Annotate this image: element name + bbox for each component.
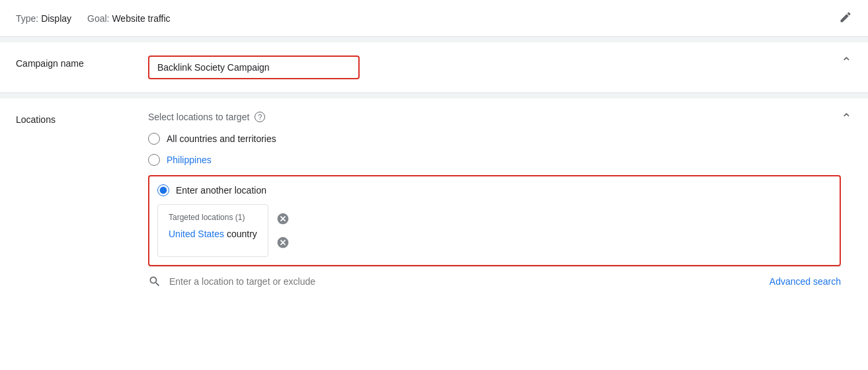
radio-all-label: All countries and territories [167, 133, 276, 144]
search-icon-wrap [148, 275, 161, 288]
remove-location-icon[interactable] [276, 236, 290, 249]
location-search-bar: Advanced search [148, 266, 841, 299]
advanced-search-link[interactable]: Advanced search [769, 276, 841, 287]
top-bar: Type: Display Goal: Website traffic [0, 0, 868, 37]
radio-another-input[interactable] [157, 184, 169, 196]
campaign-name-label: Campaign name [16, 56, 148, 69]
location-row: United States country [169, 227, 257, 240]
locations-section-collapse[interactable]: ⌃ [841, 112, 852, 125]
enter-location-box: Enter another location Targeted location… [148, 175, 841, 266]
locations-content: Select locations to target ? All countri… [148, 112, 841, 299]
goal-info: Goal: Website traffic [87, 13, 171, 24]
targeted-locations-header: Targeted locations (1) [169, 213, 257, 222]
edit-icon [839, 11, 852, 24]
radio-philippines[interactable]: Philippines [148, 154, 841, 166]
radio-all-input[interactable] [148, 133, 160, 145]
type-value: Display [41, 13, 71, 24]
locations-section: Locations Select locations to target ? A… [0, 98, 868, 299]
top-bar-info: Type: Display Goal: Website traffic [16, 13, 171, 24]
help-icon[interactable]: ? [255, 112, 265, 122]
location-type: country [224, 229, 257, 239]
location-link[interactable]: United States [169, 229, 224, 239]
radio-all-countries[interactable]: All countries and territories [148, 133, 841, 145]
remove-icons-col [268, 204, 290, 257]
location-search-input[interactable] [169, 276, 762, 287]
search-icon [148, 275, 161, 288]
campaign-name-section: Campaign name ⌃ [0, 42, 868, 93]
radio-ph-input[interactable] [148, 154, 160, 166]
goal-label: Goal: [87, 13, 109, 24]
radio-another-location-row[interactable]: Enter another location [157, 184, 832, 196]
type-label: Type: [16, 13, 38, 24]
radio-ph-label: Philippines [167, 155, 212, 165]
section-separator-2 [0, 93, 868, 98]
remove-targeted-icon[interactable] [276, 212, 290, 225]
radio-another-label: Enter another location [176, 185, 266, 196]
campaign-name-content [148, 56, 841, 79]
select-locations-header: Select locations to target ? [148, 112, 841, 122]
campaign-section-collapse[interactable]: ⌃ [841, 56, 852, 69]
type-info: Type: Display [16, 13, 71, 24]
section-separator [0, 37, 868, 42]
goal-value: Website traffic [112, 13, 170, 24]
locations-label: Locations [16, 112, 148, 125]
edit-button[interactable] [839, 11, 852, 26]
targeted-locations-table: Targeted locations (1) United States cou… [157, 204, 268, 257]
campaign-name-input[interactable] [148, 56, 360, 79]
location-name: United States country [169, 229, 257, 239]
select-locations-text: Select locations to target [148, 112, 249, 122]
